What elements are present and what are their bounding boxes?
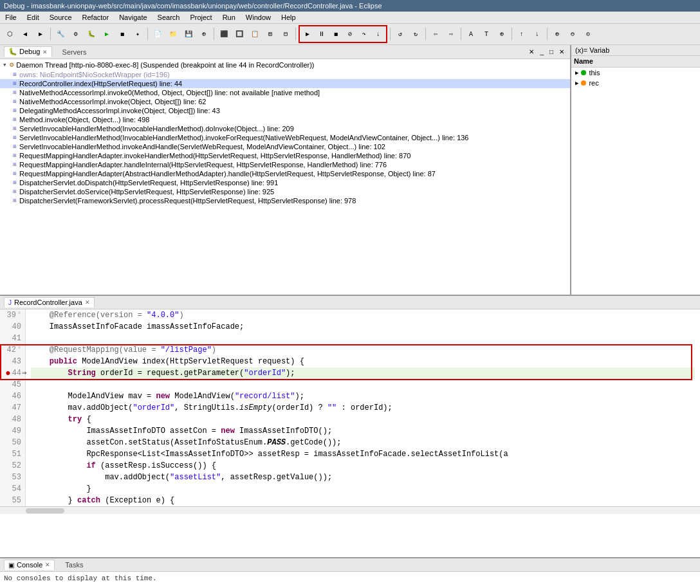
toolbar-btn-14[interactable]: 🔲 [232, 27, 246, 41]
stack-item-12[interactable]: ≡ DispatcherServlet.doDispatch(HttpServl… [0, 178, 570, 187]
ln-53-text: 53 [12, 472, 21, 483]
ln-42-text: 42 [7, 344, 16, 356]
toolbar-btn-9[interactable]: 📄 [151, 27, 165, 41]
debug-icon-minimize[interactable]: _ [538, 48, 546, 56]
toolbar-btn-3[interactable]: ▶ [33, 27, 48, 41]
toolbar-btn-20[interactable]: ⇦ [428, 27, 443, 41]
stack-item-2[interactable]: ≡ NativeMethodAccessorImpl.invoke0(Metho… [0, 88, 570, 97]
toolbar-btn-2[interactable]: ◀ [18, 27, 32, 41]
toolbar-btn-5[interactable]: ⚙ [69, 27, 83, 41]
menu-run[interactable]: Run [220, 13, 238, 22]
toolbar-btn-19[interactable]: ↻ [409, 27, 423, 41]
menu-refactor[interactable]: Refactor [80, 13, 112, 22]
stack-item-1[interactable]: ≡ RecordController.index(HttpServletRequ… [0, 79, 570, 88]
stack-item-13[interactable]: ≡ DispatcherServlet.doService(HttpServle… [0, 187, 570, 196]
toolbar-btn-17[interactable]: ⊟ [279, 27, 293, 41]
debug-icon-close[interactable]: ✕ [557, 48, 566, 56]
toolbar-btn-15[interactable]: 📋 [248, 27, 262, 41]
var-dot-1 [581, 80, 586, 86]
menu-edit[interactable]: Edit [24, 13, 42, 22]
toolbar-btn-1[interactable]: ⬡ [3, 27, 17, 41]
toolbar-btn-29[interactable]: ⊙ [581, 27, 595, 41]
thread-header: ▾ ⚙ Daemon Thread [http-nio-8080-exec-8]… [0, 59, 570, 70]
toolbar-btn-10[interactable]: 📁 [166, 27, 180, 41]
debug-suspend-btn[interactable]: ⏸ [315, 27, 329, 41]
toolbar-btn-22[interactable]: A [464, 27, 478, 41]
debug-stepover-btn[interactable]: ↷ [357, 27, 371, 41]
var-expand-0: ▶ [575, 69, 578, 77]
stack-icon-9: ≡ [13, 152, 17, 160]
stack-item-14[interactable]: ≡ DispatcherServlet(FrameworkServlet).pr… [0, 196, 570, 205]
toolbar-btn-24[interactable]: ⊕ [495, 27, 509, 41]
debug-icon-1[interactable]: ✕ [527, 48, 536, 56]
variables-tab-label: (x)= Variab [575, 46, 609, 54]
tasks-tab[interactable]: Tasks [60, 560, 88, 569]
stack-item-4[interactable]: ≡ DelegatingMethodAccessorImpl.invoke(Ob… [0, 106, 570, 115]
stack-text-9: RequestMappingHandlerAdapter.invokeHandl… [19, 152, 410, 160]
variables-content: Name ▶ this ▶ rec [571, 56, 700, 295]
toolbar-btn-7[interactable]: ◼ [115, 27, 129, 41]
toolbar-btn-16[interactable]: ⊞ [263, 27, 277, 41]
ln-43-text: 43 [12, 356, 21, 367]
editor-panel: J RecordController.java ✕ 39° 40 41 42° [0, 296, 700, 557]
toolbar-btn-27[interactable]: ⊕ [550, 27, 564, 41]
console-tab[interactable]: ▣ Console ✕ [4, 560, 55, 570]
menu-window[interactable]: Window [243, 13, 273, 22]
toolbar-btn-4[interactable]: 🔧 [53, 27, 68, 41]
toolbar-btn-25[interactable]: ↑ [515, 27, 529, 41]
code-line-48: try { [31, 414, 695, 425]
toolbar-btn-11[interactable]: 💾 [181, 27, 196, 41]
stack-item-6[interactable]: ≡ ServletInvocableHandlerMethod(Invocabl… [0, 124, 570, 133]
stack-item-3[interactable]: ≡ NativeMethodAccessorImpl.invoke(Object… [0, 97, 570, 106]
stack-item-10[interactable]: ≡ RequestMappingHandlerAdapter.handleInt… [0, 160, 570, 169]
toolbar-btn-8[interactable]: ✦ [131, 27, 145, 41]
servers-tab[interactable]: Servers [57, 48, 92, 57]
menu-search[interactable]: Search [155, 13, 183, 22]
var-item-0[interactable]: ▶ this [571, 68, 700, 78]
debug-tab[interactable]: 🐛 Debug ✕ [4, 46, 52, 57]
h-scroll-thumb[interactable] [26, 508, 64, 513]
stack-item-5[interactable]: ≡ Method.invoke(Object, Object...) line:… [0, 115, 570, 124]
debug-stepinto-btn[interactable]: ↓ [371, 27, 385, 41]
console-text: No consoles to display at this time. [4, 574, 157, 582]
debug-resume-btn[interactable]: ▶ [300, 27, 315, 41]
toolbar-btn-28[interactable]: ⊖ [566, 27, 580, 41]
stack-item-8[interactable]: ≡ ServletInvocableHandlerMethod.invokeAn… [0, 142, 570, 151]
h-scrollbar[interactable] [0, 506, 700, 514]
stack-icon-6: ≡ [13, 125, 17, 133]
toolbar-btn-12[interactable]: ⊕ [197, 27, 211, 41]
breakpoint-44: ● [5, 367, 10, 379]
debug-disconnect-btn[interactable]: ⊘ [343, 27, 357, 41]
toolbar-btn-18[interactable]: ↺ [393, 27, 407, 41]
stack-text-8: ServletInvocableHandlerMethod.invokeAndH… [19, 143, 385, 151]
menu-navigate[interactable]: Navigate [116, 13, 149, 22]
menu-source[interactable]: Source [47, 13, 75, 22]
toolbar-btn-run[interactable]: ▶ [100, 27, 114, 41]
editor-tab-close[interactable]: ✕ [85, 299, 90, 306]
debug-icon-maximize[interactable]: □ [548, 48, 555, 56]
menu-help[interactable]: Help [279, 13, 299, 22]
debug-panel: 🐛 Debug ✕ Servers ✕ _ □ ✕ ▾ [0, 45, 571, 295]
editor-content[interactable]: 39° 40 41 42° 43 ● 44 45 46 47 48 49 [0, 309, 700, 557]
toolbar-btn-6[interactable]: 🐛 [84, 27, 98, 41]
code-line-44: ⇒ String orderId = request.getParameter(… [31, 367, 695, 379]
console-tab-close[interactable]: ✕ [45, 562, 50, 568]
debug-terminate-btn[interactable]: ◼ [329, 27, 343, 41]
stack-item-9[interactable]: ≡ RequestMappingHandlerAdapter.invokeHan… [0, 151, 570, 160]
menu-project[interactable]: Project [187, 13, 214, 22]
stack-text-0: owns: NioEndpoint$NioSocketWrapper (id=1… [19, 71, 170, 78]
toolbar-btn-23[interactable]: T [479, 27, 493, 41]
ln-46-text: 46 [12, 390, 21, 402]
line-numbers: 39° 40 41 42° 43 ● 44 45 46 47 48 49 [0, 309, 26, 506]
stack-item-0[interactable]: ≡ owns: NioEndpoint$NioSocketWrapper (id… [0, 70, 570, 79]
debug-tab-close[interactable]: ✕ [42, 49, 48, 55]
toolbar-btn-26[interactable]: ↓ [530, 27, 544, 41]
editor-tab[interactable]: J RecordController.java ✕ [4, 297, 95, 308]
var-item-1[interactable]: ▶ rec [571, 78, 700, 88]
stack-item-11[interactable]: ≡ RequestMappingHandlerAdapter(AbstractH… [0, 169, 570, 178]
toolbar-btn-21[interactable]: ⇨ [444, 27, 458, 41]
stack-item-7[interactable]: ≡ ServletInvocableHandlerMethod(Invocabl… [0, 133, 570, 142]
toolbar-btn-13[interactable]: ⬛ [217, 27, 231, 41]
menu-file[interactable]: File [3, 13, 19, 22]
variables-panel-header: (x)= Variab [571, 45, 700, 56]
